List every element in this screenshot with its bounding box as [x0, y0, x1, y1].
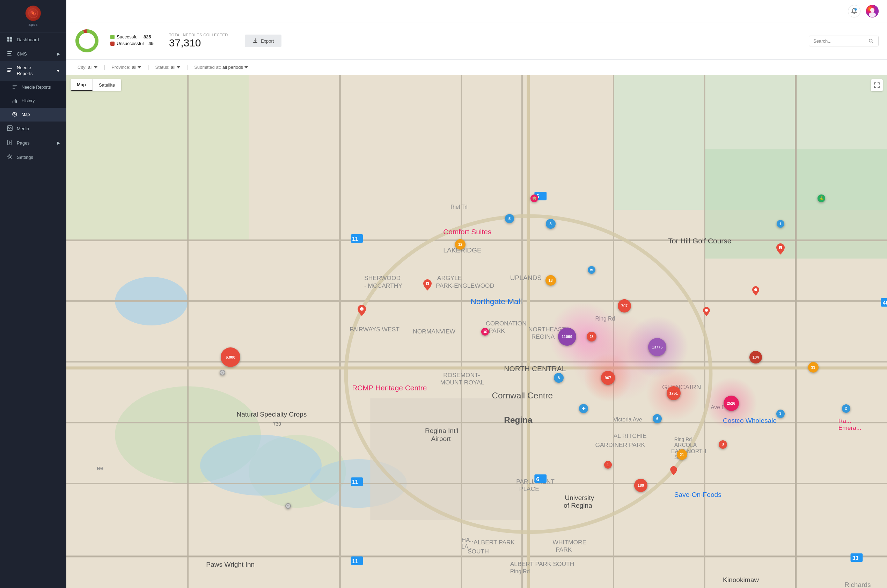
svg-text:WHITMORE: WHITMORE [553, 539, 587, 546]
filter-city[interactable]: City: all [75, 63, 100, 71]
svg-text:- MCCARTHY: - MCCARTHY [364, 282, 402, 289]
marker-33[interactable]: 33 [808, 362, 819, 373]
map-expand-button[interactable] [871, 79, 883, 91]
svg-rect-12 [13, 85, 17, 86]
marker-13775[interactable]: 13775 [648, 338, 666, 356]
filter-status[interactable]: Status: all [153, 63, 183, 71]
marker-pawswright: ○ [285, 503, 291, 509]
marker-3-red[interactable]: 3 [719, 440, 727, 448]
marker-rcmp[interactable]: 🏛 [481, 328, 489, 336]
svg-rect-5 [10, 39, 12, 42]
svg-rect-9 [8, 68, 12, 69]
status-chevron-icon [177, 66, 180, 69]
user-avatar[interactable] [866, 5, 879, 18]
map-container[interactable]: LAKERIDGE ARGYLE PARK-ENGLEWOOD SHERWOOD… [66, 75, 887, 588]
marker-torhill[interactable]: ⛳ [818, 195, 825, 202]
svg-rect-16 [14, 100, 14, 103]
marker-104[interactable]: 104 [749, 351, 762, 363]
marker-northgate[interactable]: 🛍 [588, 266, 596, 274]
submitted-chevron-icon [245, 66, 248, 69]
sidebar-item-pages[interactable]: Pages ▶ [0, 136, 66, 150]
marker-18[interactable]: 18 [545, 275, 556, 286]
svg-text:AL RITCHIE: AL RITCHIE [614, 432, 647, 439]
pages-arrow-icon: ▶ [57, 141, 60, 145]
svg-rect-15 [13, 101, 13, 103]
marker-6-blue[interactable]: 6 [653, 414, 662, 423]
marker-2526[interactable]: 2526 [723, 396, 739, 411]
marker-airport[interactable]: ✈ [579, 404, 588, 413]
svg-text:Emera...: Emera... [839, 424, 861, 432]
svg-point-28 [77, 31, 97, 51]
satellite-view-button[interactable]: Satellite [93, 79, 121, 91]
successful-label: Successful [117, 34, 139, 39]
svg-rect-2 [8, 37, 9, 39]
sidebar-item-dashboard-label: Dashboard [17, 37, 39, 42]
svg-text:PLACE: PLACE [519, 485, 539, 492]
filter-province[interactable]: Province: all [109, 63, 144, 71]
sidebar-item-dashboard[interactable]: Dashboard [0, 33, 66, 47]
sidebar-item-needle-reports-sub[interactable]: Needle Reports [0, 81, 66, 94]
svg-rect-7 [8, 53, 11, 54]
stats-bar: Successful 825 Unsuccessful 45 TOTAL NEE… [66, 22, 887, 60]
svg-text:NORMANVIEW: NORMANVIEW [413, 328, 455, 335]
svg-text:ALBERT PARK: ALBERT PARK [474, 539, 515, 546]
svg-text:Regina: Regina [504, 415, 533, 424]
map-view-button[interactable]: Map [71, 79, 93, 91]
marker-12[interactable]: 12 [455, 239, 465, 250]
unsuccessful-dot [110, 42, 114, 46]
svg-text:Save-On-Foods: Save-On-Foods [674, 491, 722, 498]
marker-28[interactable]: 28 [587, 332, 596, 342]
sidebar: apss Dashboard CMS ▶ NeedleReports ▼ Nee… [0, 0, 66, 588]
total-section: TOTAL NEEDLES COLLECTED 37,310 [169, 33, 228, 49]
sidebar-item-cms[interactable]: CMS ▶ [0, 47, 66, 61]
marker-180[interactable]: 180 [634, 479, 647, 492]
marker-comfortsuites[interactable]: 🏨 [530, 195, 538, 202]
marker-5-pin[interactable]: 5 [423, 279, 432, 291]
marker-8-airport[interactable]: 8 [554, 373, 564, 383]
svg-text:5: 5 [427, 282, 428, 286]
marker-3-blue-1[interactable]: 3 [776, 410, 785, 418]
marker-707[interactable]: 707 [618, 299, 631, 312]
province-filter-label: Province: [111, 64, 130, 70]
svg-text:Natural Specialty Crops: Natural Specialty Crops [236, 411, 307, 418]
svg-text:11: 11 [352, 479, 358, 485]
svg-text:Richards: Richards [844, 581, 870, 588]
marker-1-circle[interactable]: 1 [604, 461, 612, 469]
marker-21[interactable]: 21 [677, 449, 687, 460]
marker-1-blue-top[interactable]: 1 [777, 220, 784, 228]
notifications-icon[interactable] [848, 5, 860, 18]
search-input[interactable] [813, 38, 866, 44]
marker-1-pin-south[interactable] [670, 466, 677, 475]
sidebar-item-history[interactable]: History [0, 94, 66, 108]
marker-967[interactable]: 967 [601, 371, 615, 385]
status-filter-label: Status: [155, 64, 170, 70]
app-name: apss [28, 22, 38, 27]
sidebar-item-media[interactable]: Media [0, 122, 66, 136]
svg-text:Costco Wholesale: Costco Wholesale [723, 417, 777, 424]
svg-rect-14 [13, 88, 15, 88]
marker-1-pin-mid[interactable] [703, 307, 710, 316]
svg-text:ROSEMONT-: ROSEMONT- [443, 372, 480, 378]
submitted-filter-value: all periods [222, 64, 243, 70]
marker-1-pin-topright[interactable] [752, 286, 759, 296]
svg-text:PARK: PARK [489, 327, 505, 334]
marker-11099[interactable]: 11099 [558, 327, 576, 346]
sidebar-item-settings[interactable]: Settings [0, 150, 66, 165]
marker-8-blue[interactable]: 8 [546, 219, 555, 229]
pages-icon [6, 140, 13, 146]
marker-2-blue[interactable]: 2 [842, 404, 850, 413]
city-filter-label: City: [78, 64, 87, 70]
marker-7-pin[interactable]: 7 [776, 243, 785, 255]
search-box [809, 36, 879, 46]
marker-5-blue[interactable]: 5 [505, 214, 514, 223]
marker-2-pin[interactable]: 2 [357, 305, 366, 316]
marker-6000[interactable]: 6,000 [221, 347, 240, 367]
export-button[interactable]: Export [245, 34, 282, 47]
sidebar-item-map[interactable]: Map [0, 108, 66, 122]
successful-dot [110, 35, 114, 39]
svg-point-31 [869, 39, 872, 42]
sidebar-item-needle-reports[interactable]: NeedleReports ▼ [0, 61, 66, 81]
marker-1751[interactable]: 1751 [666, 386, 681, 400]
svg-text:ee: ee [97, 464, 104, 471]
filter-submitted[interactable]: Submitted at: all periods [191, 63, 251, 71]
